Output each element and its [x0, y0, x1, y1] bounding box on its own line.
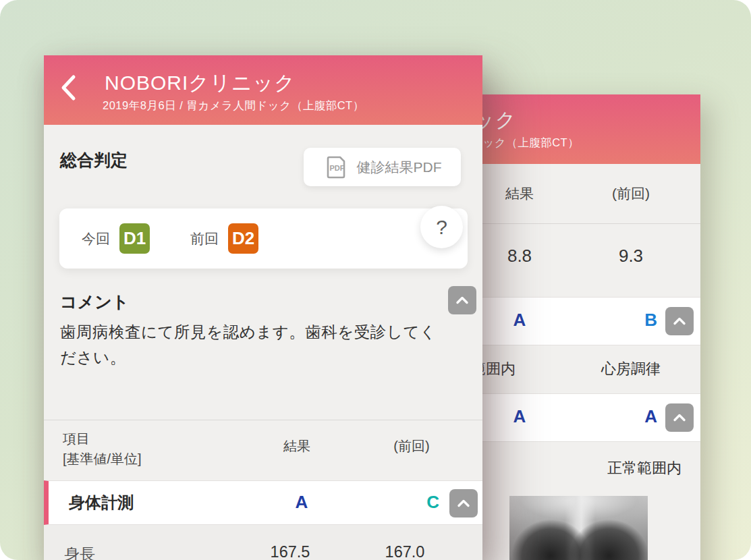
- svg-text:PDF: PDF: [329, 164, 344, 172]
- rear-value-result: 8.8: [479, 246, 560, 267]
- table-header-item-line2: [基準値/単位]: [63, 449, 142, 469]
- overall-judgement-heading: 総合判定: [60, 149, 128, 171]
- rear-section2-previous-grade: A: [644, 406, 657, 427]
- section-collapse-button[interactable]: [449, 489, 478, 517]
- rear-card-subtitle: ドック（上腹部CT）: [471, 136, 579, 150]
- rear-section1-result-grade: A: [493, 310, 547, 331]
- rear-section2-result-grade: A: [493, 406, 547, 427]
- previous-label: 前回: [190, 229, 219, 248]
- current-grade-badge: D1: [119, 223, 150, 254]
- section-row-body-measurement: 身体計測 A C: [44, 480, 482, 525]
- chest-xray-image: [509, 496, 648, 560]
- table-header-item-line1: 項目: [63, 428, 142, 449]
- rear-value-previous: 9.3: [584, 246, 678, 267]
- chevron-left-icon: [57, 73, 79, 103]
- result-card-front: NOBORIクリニック 2019年8月6日 / 胃カメラ人間ドック（上腹部CT）…: [44, 55, 482, 560]
- question-mark-icon: ?: [436, 216, 447, 239]
- row-result-value: 167.5: [243, 543, 337, 560]
- section-label: 身体計測: [69, 492, 134, 513]
- section-previous-grade: C: [426, 492, 439, 513]
- front-card-body: 総合判定 PDF 健診結果PDF 今回 D1 前回 D2 ?: [44, 125, 482, 560]
- rear-label-previous: 心房調律: [587, 359, 675, 379]
- rear-card-body: 結果 (前回) 8.8 9.3 A B 範囲内 心房調律: [466, 164, 700, 560]
- rear-column-header-row: 結果 (前回): [466, 164, 700, 224]
- rear-normal-row: 正常範囲内: [466, 442, 700, 495]
- rear-section2-collapse-button[interactable]: [665, 403, 694, 432]
- previous-grade-badge: D2: [228, 223, 258, 254]
- rear-labels-row: 範囲内 心房調律: [466, 345, 700, 393]
- pdf-button-label: 健診結果PDF: [357, 158, 442, 177]
- chevron-up-icon: [453, 291, 472, 310]
- comment-heading: コメント: [60, 291, 129, 313]
- rear-values-row: 8.8 9.3: [466, 224, 700, 297]
- current-label: 今回: [82, 229, 110, 248]
- result-card-rear: ック ドック（上腹部CT） 結果 (前回) 8.8 9.3 A B: [466, 94, 700, 560]
- help-button[interactable]: ?: [420, 206, 463, 248]
- chevron-up-icon: [670, 408, 689, 427]
- table-row-height: 身長 167.5 167.0: [44, 525, 482, 560]
- pdf-file-icon: PDF: [323, 155, 349, 180]
- rear-section-row-2: A A: [466, 393, 700, 442]
- clinic-title: NOBORIクリニック: [105, 69, 296, 97]
- comment-text: 歯周病検査にて所見を認めます。歯科を受診してください。: [60, 319, 451, 370]
- table-header-result: 結果: [250, 437, 344, 455]
- chevron-up-icon: [454, 494, 473, 513]
- row-label: 身長: [64, 544, 95, 560]
- rear-section1-previous-grade: B: [644, 310, 657, 331]
- section-result-grade: A: [254, 492, 349, 513]
- rear-section-row-1: A B: [466, 297, 700, 345]
- table-header-previous: (前回): [364, 437, 459, 455]
- row-previous-value: 167.0: [358, 543, 452, 560]
- rear-normal-previous: 正常範囲内: [607, 458, 682, 478]
- page: ック ドック（上腹部CT） 結果 (前回) 8.8 9.3 A B: [0, 0, 751, 560]
- rear-card-header: ック ドック（上腹部CT）: [466, 94, 700, 164]
- exam-date-subtitle: 2019年8月6日 / 胃カメラ人間ドック（上腹部CT）: [103, 99, 364, 113]
- chevron-up-icon: [670, 312, 689, 331]
- divider: [44, 420, 482, 420]
- front-card-header: NOBORIクリニック 2019年8月6日 / 胃カメラ人間ドック（上腹部CT）: [44, 55, 482, 125]
- rear-section1-collapse-button[interactable]: [665, 307, 694, 335]
- back-button[interactable]: [53, 69, 83, 107]
- comment-collapse-button[interactable]: [448, 286, 476, 314]
- rear-column-result: 結果: [493, 184, 547, 203]
- table-header-item: 項目 [基準値/単位]: [63, 428, 142, 469]
- pdf-result-button[interactable]: PDF 健診結果PDF: [304, 148, 461, 186]
- judgement-summary-card: 今回 D1 前回 D2 ?: [59, 208, 468, 269]
- rear-column-previous: (前回): [587, 184, 675, 203]
